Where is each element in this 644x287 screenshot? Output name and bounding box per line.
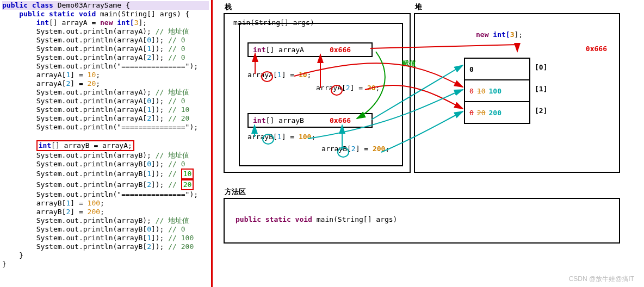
heap-title: 堆: [415, 2, 422, 12]
print-b-2: System.out.println(arrayB); // 地址值: [2, 216, 209, 225]
cell-1: 0 10 100[1]: [465, 80, 529, 102]
method-area-panel: 方法区 public static void main(String[] arg…: [224, 198, 620, 244]
assign-b1-label: arrayB[1] = 100;: [247, 133, 315, 141]
close-main: }: [2, 251, 209, 260]
cell-0: 0[0]: [465, 59, 529, 80]
stack-title: 栈: [225, 2, 232, 12]
assign-a1: arrayA[1] = 10;: [2, 71, 209, 79]
print-a-2: System.out.println(arrayA); // 地址值: [2, 88, 209, 97]
print-a1: System.out.println(arrayA[1]); // 0: [2, 45, 209, 53]
assign-label: 赋值: [402, 59, 416, 68]
method-sig: public static void main(String[] args): [236, 215, 397, 223]
array-cells: 0[0] 0 10 100[1] 0 20 200[2]: [464, 58, 530, 124]
assign-a2: arrayA[2] = 20;: [2, 79, 209, 88]
assign-b2: arrayB[2] = 200;: [2, 208, 209, 216]
class-line: public class Demo03ArraySame {: [2, 1, 209, 10]
code-pane: public class Demo03ArraySame { public st…: [0, 0, 213, 287]
watermark: CSDN @放牛娃@搞IT: [569, 274, 634, 284]
decl-b: int[] arrayB = arrayA;: [2, 140, 209, 151]
var-arrayA: int[] arrayA 0x666: [247, 42, 373, 57]
print-b1-2: System.out.println(arrayB[1]); // 100: [2, 234, 209, 242]
heap-panel: 堆 new int[3]; 0x666 0[0] 0 10 100[1] 0 2…: [414, 13, 620, 173]
print-a0-2: System.out.println(arrayA[0]); // 0: [2, 97, 209, 105]
assign-a1-label: arrayA[1] = 10;: [247, 71, 311, 79]
main-line: public static void main(String[] args) {: [2, 10, 209, 18]
print-b0: System.out.println(arrayB[0]); // 0: [2, 160, 209, 169]
print-b2-2: System.out.println(arrayB[2]); // 200: [2, 242, 209, 251]
print-b0-2: System.out.println(arrayB[0]); // 0: [2, 225, 209, 234]
assign-a2-label: arrayA[2] = 20;: [316, 84, 380, 92]
print-b1: System.out.println(arrayB[1]); // 10: [2, 169, 209, 179]
cell-2: 0 20 200[2]: [465, 102, 529, 123]
print-a2: System.out.println(arrayA[2]); // 0: [2, 53, 209, 62]
close-class: }: [2, 260, 209, 269]
sep2: System.out.println("===============");: [2, 123, 209, 132]
decl-a: int[] arrayA = new int[3];: [2, 18, 209, 27]
print-a2-2: System.out.println(arrayA[2]); // 20: [2, 114, 209, 123]
sep1: System.out.println("===============");: [2, 62, 209, 71]
print-a1-2: System.out.println(arrayA[1]); // 10: [2, 105, 209, 114]
assign-b1: arrayB[1] = 100;: [2, 199, 209, 208]
main-frame: int[] arrayA 0x666 arrayA[1] = 10; array…: [239, 23, 403, 166]
print-b2: System.out.println(arrayB[2]); // 20: [2, 179, 209, 190]
heap-address: 0x666: [586, 45, 607, 53]
assign-b2-label: arrayB[2] = 200;: [321, 145, 389, 153]
print-a0: System.out.println(arrayA[0]); // 0: [2, 36, 209, 45]
blank: [2, 132, 209, 140]
sep3: System.out.println("===============");: [2, 190, 209, 199]
memory-diagram: 栈 main(String[] args) int[] arrayA 0x666…: [213, 0, 644, 287]
method-title: 方法区: [225, 187, 246, 197]
var-arrayB: int[] arrayB 0x666: [247, 113, 373, 128]
new-expr: new int[3];: [476, 30, 523, 39]
print-a: System.out.println(arrayA); // 地址值: [2, 27, 209, 36]
stack-panel: 栈 main(String[] args) int[] arrayA 0x666…: [224, 13, 411, 173]
print-b: System.out.println(arrayB); // 地址值: [2, 151, 209, 160]
